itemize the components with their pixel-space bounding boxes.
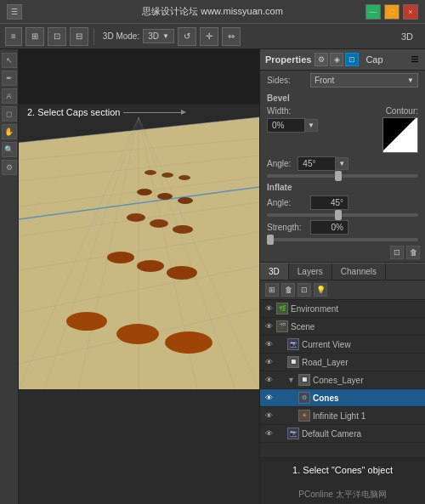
mini-icon-2[interactable]: 🗑 (406, 246, 420, 259)
inflate-slider-track[interactable] (267, 213, 418, 217)
layer-item-cones-layer[interactable]: 👁 ▼ 🔲 Cones_Layer (260, 371, 425, 389)
bevel-section-label: Bevel (260, 90, 425, 105)
group-layer-icon[interactable]: ⊡ (298, 283, 311, 297)
move-btn[interactable]: ✛ (200, 27, 218, 46)
sides-dropdown[interactable]: Front ▼ (310, 73, 418, 88)
strength-value[interactable]: 0% (310, 220, 348, 235)
layer-name-cones-layer: Cones_Layer (313, 376, 363, 385)
mode-dropdown[interactable]: 3D ▼ (143, 29, 174, 43)
tab-channels[interactable]: Channels (332, 263, 386, 280)
panel-icons: ⚙ ◈ ⊡ (314, 53, 359, 66)
minimize-button[interactable]: — (366, 4, 381, 20)
visibility-toggle-scene[interactable]: 👁 (264, 321, 274, 331)
layer-item-environment[interactable]: 👁 🌿 Environment (260, 300, 425, 318)
mode-label: 3D Mode: (103, 31, 139, 41)
light-layer-icon[interactable]: 💡 (314, 283, 327, 297)
visibility-toggle-environment[interactable]: 👁 (264, 303, 274, 314)
prop-icon-cap[interactable]: ⊡ (345, 53, 359, 66)
layer-thumb-default-camera: 📷 (287, 428, 299, 439)
layer-item-current-view[interactable]: 👁 📷 Current View (260, 336, 425, 354)
inflate-slider-row (260, 212, 425, 218)
layer-name-road-layer: Road_Layer (302, 358, 348, 367)
maximize-button[interactable]: □ (384, 4, 400, 20)
hand-tool[interactable]: ✋ (2, 124, 17, 139)
close-button[interactable]: × (403, 4, 418, 20)
viewport-label: 3D (401, 31, 420, 42)
left-toolbar: ↖ ✒ A ◻ ✋ 🔍 ⚙ (0, 49, 19, 504)
layer-name-infinite-light: Infinite Light 1 (313, 411, 366, 421)
bevel-angle-label: Angle: (267, 159, 291, 168)
watermark-bar: PConline 太平洋电脑网 (260, 482, 425, 504)
strength-slider-thumb[interactable] (267, 235, 274, 245)
annotation-arrow (123, 112, 183, 113)
sides-arrow: ▼ (407, 76, 414, 84)
inflate-angle-value[interactable]: 45° (310, 195, 348, 210)
contour-thumbnail[interactable] (382, 117, 418, 153)
strength-label: Strength: (267, 223, 305, 232)
angle-slider-track[interactable] (267, 174, 418, 178)
mini-icon-1[interactable]: ⊡ (390, 246, 404, 259)
bevel-angle-value[interactable]: 45° (298, 156, 336, 171)
svg-marker-1 (19, 117, 259, 389)
toolbar-btn-4[interactable]: ⊟ (70, 27, 88, 46)
viewport-area[interactable]: 2. Select Caps section (19, 49, 259, 504)
strength-slider-track[interactable] (267, 238, 418, 241)
menu-icon[interactable]: ☰ (7, 4, 22, 20)
pen-tool[interactable]: ✒ (2, 71, 17, 86)
toolbar-btn-3[interactable]: ⊡ (48, 27, 66, 46)
tabs-row: 3D Layers Channels (260, 263, 425, 280)
svg-rect-35 (19, 49, 259, 105)
settings-icon[interactable]: ⚙ (2, 160, 17, 175)
prop-icon-1[interactable]: ⚙ (314, 53, 328, 66)
visibility-toggle-cones-layer[interactable]: 👁 (264, 375, 274, 385)
bevel-width-dropdown[interactable]: ▼ (305, 119, 318, 132)
panel-menu-icon[interactable]: ≡ (410, 54, 420, 65)
svg-point-21 (137, 189, 152, 195)
layer-item-scene[interactable]: 👁 🎬 Scene (260, 318, 425, 336)
svg-point-26 (173, 225, 193, 234)
select-tool[interactable]: ↖ (2, 53, 17, 68)
delete-layer-icon[interactable]: 🗑 (281, 283, 295, 297)
svg-point-31 (116, 324, 159, 344)
svg-point-22 (157, 193, 173, 200)
svg-point-30 (66, 312, 107, 331)
main-toolbar: ≡ ⊞ ⊡ ⊟ 3D Mode: 3D ▼ ↺ ✛ ⇔ 3D (0, 24, 425, 49)
text-tool[interactable]: A (2, 88, 17, 104)
bottom-annotation-text: 1. Select "Cones" object (292, 465, 393, 475)
main-layout: ↖ ✒ A ◻ ✋ 🔍 ⚙ (0, 49, 425, 504)
angle-slider-row (260, 173, 425, 179)
rotate-btn[interactable]: ↺ (178, 27, 196, 46)
tab-3d[interactable]: 3D (260, 263, 289, 280)
window-controls: ☰ (7, 4, 22, 20)
sides-row: Sides: Front ▼ (260, 71, 425, 90)
visibility-toggle-default-camera[interactable]: 👁 (264, 428, 274, 439)
layer-item-cones[interactable]: 👁 ⚙ Cones (260, 389, 425, 407)
layer-item-default-camera[interactable]: 👁 📷 Default Camera (260, 425, 425, 443)
prop-icon-2[interactable]: ◈ (330, 53, 343, 66)
svg-point-19 (162, 173, 173, 178)
layer-item-infinite-light[interactable]: 👁 ☀ Infinite Light 1 (260, 407, 425, 425)
new-layer-icon[interactable]: ⊞ (265, 283, 279, 297)
toolbar-btn-2[interactable]: ⊞ (26, 27, 44, 46)
zoom-tool[interactable]: 🔍 (2, 142, 17, 157)
visibility-toggle-current-view[interactable]: 👁 (264, 339, 274, 349)
angle-slider-thumb[interactable] (335, 171, 342, 181)
window-buttons: — □ × (366, 4, 418, 20)
layer-name-default-camera: Default Camera (302, 429, 361, 439)
toolbar-btn-1[interactable]: ≡ (5, 27, 22, 46)
tab-layers[interactable]: Layers (289, 263, 332, 280)
mini-icons-row: ⊡ 🗑 (260, 243, 425, 262)
layer-item-road-layer[interactable]: 👁 🔲 Road_Layer (260, 354, 425, 371)
contour-label: Contour: (386, 106, 418, 116)
visibility-toggle-infinite-light[interactable]: 👁 (264, 411, 274, 421)
bevel-angle-dropdown[interactable]: ▼ (336, 157, 348, 170)
shape-tool[interactable]: ◻ (2, 106, 17, 122)
visibility-toggle-cones[interactable]: 👁 (264, 393, 274, 403)
layers-toolbar: ⊞ 🗑 ⊡ 💡 (260, 280, 425, 300)
scale-btn[interactable]: ⇔ (222, 27, 241, 46)
expand-cones-layer[interactable]: ▼ (287, 376, 296, 384)
annotation-caps: 2. Select Caps section (27, 107, 183, 117)
inflate-slider-thumb[interactable] (335, 210, 342, 220)
visibility-toggle-road-layer[interactable]: 👁 (264, 357, 274, 367)
bevel-width-value[interactable]: 0% (267, 118, 305, 133)
